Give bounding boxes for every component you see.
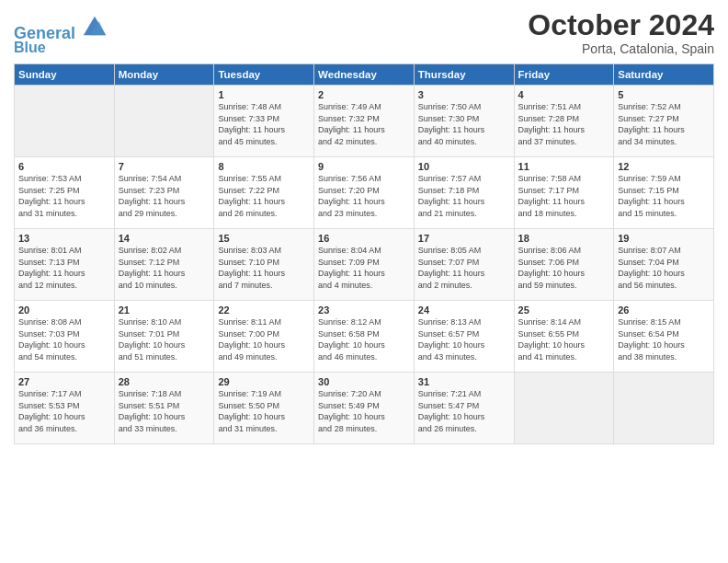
calendar-week-row: 20Sunrise: 8:08 AM Sunset: 7:03 PM Dayli… [15,301,714,373]
day-info: Sunrise: 8:06 AM Sunset: 7:06 PM Dayligh… [518,245,610,291]
day-number: 11 [518,161,610,172]
day-info: Sunrise: 8:04 AM Sunset: 7:09 PM Dayligh… [318,245,410,291]
day-number: 16 [318,233,410,244]
day-number: 2 [318,89,410,100]
calendar-cell: 13Sunrise: 8:01 AM Sunset: 7:13 PM Dayli… [15,229,115,301]
day-info: Sunrise: 7:19 AM Sunset: 5:50 PM Dayligh… [218,388,310,434]
header-row: SundayMondayTuesdayWednesdayThursdayFrid… [15,64,714,86]
day-info: Sunrise: 7:53 AM Sunset: 7:25 PM Dayligh… [18,173,110,219]
day-number: 30 [318,376,410,387]
day-number: 29 [218,376,310,387]
calendar-cell: 5Sunrise: 7:52 AM Sunset: 7:27 PM Daylig… [614,86,714,157]
day-number: 24 [418,304,510,316]
calendar-cell: 17Sunrise: 8:05 AM Sunset: 7:07 PM Dayli… [414,229,514,301]
calendar-cell: 18Sunrise: 8:06 AM Sunset: 7:06 PM Dayli… [514,229,614,301]
day-number: 18 [518,233,610,244]
calendar-cell: 15Sunrise: 8:03 AM Sunset: 7:10 PM Dayli… [214,229,314,301]
day-number: 31 [418,376,510,387]
day-info: Sunrise: 7:50 AM Sunset: 7:30 PM Dayligh… [418,101,510,147]
calendar-cell: 3Sunrise: 7:50 AM Sunset: 7:30 PM Daylig… [414,86,514,157]
day-info: Sunrise: 8:08 AM Sunset: 7:03 PM Dayligh… [18,316,110,362]
day-info: Sunrise: 7:54 AM Sunset: 7:23 PM Dayligh… [119,173,210,219]
calendar-week-row: 13Sunrise: 8:01 AM Sunset: 7:13 PM Dayli… [15,229,714,301]
page: General Blue October 2024 Porta, Catalon… [0,0,728,563]
day-number: 10 [418,161,510,172]
day-number: 1 [218,89,310,100]
day-number: 5 [618,89,710,100]
day-info: Sunrise: 8:03 AM Sunset: 7:10 PM Dayligh… [218,245,310,291]
calendar-cell: 7Sunrise: 7:54 AM Sunset: 7:23 PM Daylig… [114,157,214,229]
day-of-week-header: Tuesday [214,64,314,86]
day-info: Sunrise: 7:17 AM Sunset: 5:53 PM Dayligh… [18,388,110,434]
location-subtitle: Porta, Catalonia, Spain [528,41,714,56]
day-number: 6 [18,161,110,172]
day-of-week-header: Thursday [414,64,514,86]
day-number: 20 [18,304,110,316]
calendar-cell: 21Sunrise: 8:10 AM Sunset: 7:01 PM Dayli… [114,301,214,373]
day-info: Sunrise: 8:14 AM Sunset: 6:55 PM Dayligh… [518,316,610,362]
calendar-cell: 23Sunrise: 8:12 AM Sunset: 6:58 PM Dayli… [314,301,415,373]
day-info: Sunrise: 7:20 AM Sunset: 5:49 PM Dayligh… [318,388,410,434]
calendar-cell: 28Sunrise: 7:18 AM Sunset: 5:51 PM Dayli… [114,373,214,444]
day-number: 3 [418,89,510,100]
day-info: Sunrise: 7:59 AM Sunset: 7:15 PM Dayligh… [618,173,710,219]
calendar-cell: 25Sunrise: 8:14 AM Sunset: 6:55 PM Dayli… [514,301,614,373]
day-number: 19 [618,233,710,244]
calendar-cell [114,86,214,157]
day-number: 17 [418,233,510,244]
calendar-cell: 2Sunrise: 7:49 AM Sunset: 7:32 PM Daylig… [314,86,415,157]
calendar-cell: 20Sunrise: 8:08 AM Sunset: 7:03 PM Dayli… [15,301,115,373]
calendar-cell: 6Sunrise: 7:53 AM Sunset: 7:25 PM Daylig… [15,157,115,229]
day-number: 25 [518,304,610,316]
calendar-cell: 24Sunrise: 8:13 AM Sunset: 6:57 PM Dayli… [414,301,514,373]
calendar-cell: 30Sunrise: 7:20 AM Sunset: 5:49 PM Dayli… [314,373,415,444]
calendar-cell: 10Sunrise: 7:57 AM Sunset: 7:18 PM Dayli… [414,157,514,229]
calendar-cell: 14Sunrise: 8:02 AM Sunset: 7:12 PM Dayli… [114,229,214,301]
day-info: Sunrise: 7:55 AM Sunset: 7:22 PM Dayligh… [218,173,310,219]
day-number: 12 [618,161,710,172]
day-info: Sunrise: 7:18 AM Sunset: 5:51 PM Dayligh… [119,388,210,434]
day-of-week-header: Wednesday [314,64,415,86]
calendar-cell: 11Sunrise: 7:58 AM Sunset: 7:17 PM Dayli… [514,157,614,229]
day-number: 28 [119,376,210,387]
day-info: Sunrise: 7:57 AM Sunset: 7:18 PM Dayligh… [418,173,510,219]
calendar-cell [15,86,115,157]
calendar-cell: 22Sunrise: 8:11 AM Sunset: 7:00 PM Dayli… [214,301,314,373]
day-info: Sunrise: 7:56 AM Sunset: 7:20 PM Dayligh… [318,173,410,219]
month-title: October 2024 [528,9,714,41]
day-info: Sunrise: 7:58 AM Sunset: 7:17 PM Dayligh… [518,173,610,219]
day-info: Sunrise: 8:05 AM Sunset: 7:07 PM Dayligh… [418,245,510,291]
calendar-cell: 12Sunrise: 7:59 AM Sunset: 7:15 PM Dayli… [614,157,714,229]
calendar-week-row: 6Sunrise: 7:53 AM Sunset: 7:25 PM Daylig… [15,157,714,229]
day-number: 22 [218,304,310,316]
day-info: Sunrise: 8:15 AM Sunset: 6:54 PM Dayligh… [618,316,710,362]
calendar-cell: 26Sunrise: 8:15 AM Sunset: 6:54 PM Dayli… [614,301,714,373]
day-info: Sunrise: 8:07 AM Sunset: 7:04 PM Dayligh… [618,245,710,291]
day-number: 23 [318,304,410,316]
day-info: Sunrise: 8:01 AM Sunset: 7:13 PM Dayligh… [18,245,110,291]
calendar-cell: 19Sunrise: 8:07 AM Sunset: 7:04 PM Dayli… [614,229,714,301]
day-number: 13 [18,233,110,244]
day-number: 27 [18,376,110,387]
day-number: 21 [119,304,210,316]
day-number: 9 [318,161,410,172]
day-info: Sunrise: 8:12 AM Sunset: 6:58 PM Dayligh… [318,316,410,362]
day-info: Sunrise: 7:49 AM Sunset: 7:32 PM Dayligh… [318,101,410,147]
logo-icon [82,13,108,39]
logo: General Blue [14,13,108,55]
day-info: Sunrise: 7:51 AM Sunset: 7:28 PM Dayligh… [518,101,610,147]
calendar-week-row: 27Sunrise: 7:17 AM Sunset: 5:53 PM Dayli… [15,373,714,444]
calendar-cell: 31Sunrise: 7:21 AM Sunset: 5:47 PM Dayli… [414,373,514,444]
calendar-cell: 29Sunrise: 7:19 AM Sunset: 5:50 PM Dayli… [214,373,314,444]
day-info: Sunrise: 8:13 AM Sunset: 6:57 PM Dayligh… [418,316,510,362]
day-info: Sunrise: 8:11 AM Sunset: 7:00 PM Dayligh… [218,316,310,362]
header: General Blue October 2024 Porta, Catalon… [14,9,714,56]
calendar-cell: 9Sunrise: 7:56 AM Sunset: 7:20 PM Daylig… [314,157,415,229]
day-of-week-header: Friday [514,64,614,86]
calendar-cell: 8Sunrise: 7:55 AM Sunset: 7:22 PM Daylig… [214,157,314,229]
day-info: Sunrise: 8:10 AM Sunset: 7:01 PM Dayligh… [119,316,210,362]
day-number: 26 [618,304,710,316]
day-info: Sunrise: 7:48 AM Sunset: 7:33 PM Dayligh… [218,101,310,147]
calendar-cell: 4Sunrise: 7:51 AM Sunset: 7:28 PM Daylig… [514,86,614,157]
day-number: 14 [119,233,210,244]
